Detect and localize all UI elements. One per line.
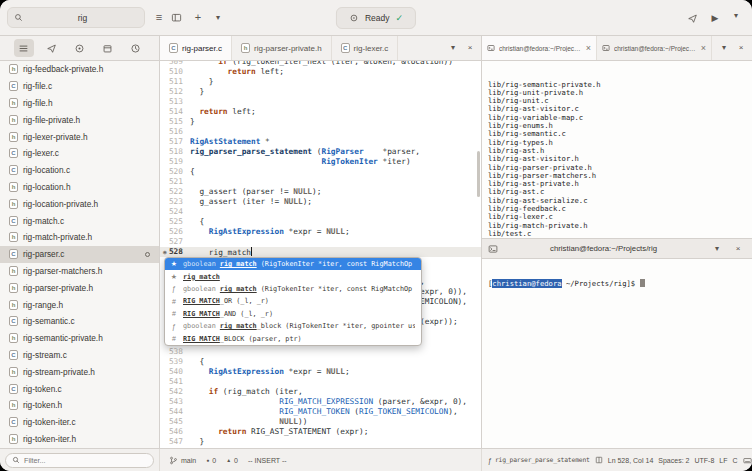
line-number[interactable]: 511	[160, 77, 190, 87]
code-line[interactable]: 518rig_parser_parse_statement (RigParser…	[160, 147, 481, 157]
file-row-rig-file-private.h[interactable]: hrig-file-private.h	[0, 111, 159, 128]
file-row-rig-location-private.h[interactable]: hrig-location-private.h	[0, 195, 159, 212]
git-branch-indicator[interactable]: main	[169, 456, 196, 465]
file-row-rig-token.h[interactable]: hrig-token.h	[0, 397, 159, 414]
run-button[interactable]: ▶	[705, 8, 725, 28]
code-line[interactable]: 544 RIG_MATCH_TOKEN (RIG_TOKEN_SEMICOLON…	[160, 407, 481, 417]
code-line[interactable]: 546 return RIG_AST_STATEMENT (expr);	[160, 427, 481, 437]
line-number[interactable]: 540	[160, 367, 190, 377]
code-line[interactable]: 545 NULL))	[160, 417, 481, 427]
code-line[interactable]: 516	[160, 127, 481, 137]
code-line[interactable]: 511 }	[160, 77, 481, 87]
code-line[interactable]: ◉528 rig_match	[160, 247, 481, 257]
code-line[interactable]: 527	[160, 237, 481, 247]
editor-tab-list-chevron-icon[interactable]: ▾	[445, 40, 461, 56]
line-number[interactable]: 525	[160, 217, 190, 227]
file-row-rig-semantic-private.h[interactable]: hrig-semantic-private.h	[0, 330, 159, 347]
layout-grid-icon[interactable]	[595, 456, 603, 464]
language-setting[interactable]: C	[732, 457, 737, 464]
terminal-bottom-close-icon[interactable]: ×	[730, 241, 746, 257]
line-number[interactable]: 544	[160, 407, 190, 417]
line-number[interactable]: 539	[160, 357, 190, 367]
code-line[interactable]: 542 if (rig_match (iter,	[160, 387, 481, 397]
current-symbol[interactable]: ƒ rig_parser_parse_statement	[488, 456, 590, 464]
file-filter-field[interactable]	[24, 456, 147, 465]
line-number[interactable]: 545	[160, 417, 190, 427]
line-number[interactable]: ◉528	[160, 247, 190, 257]
editor-close-icon[interactable]: ×	[462, 40, 478, 56]
error-count[interactable]: ● 0	[206, 457, 216, 464]
file-row-rig-token-iter.h[interactable]: hrig-token-iter.h	[0, 431, 159, 448]
completion-item[interactable]: #RIG_MATCH_OR (_l, _r)	[165, 295, 421, 307]
line-number[interactable]: 523	[160, 197, 190, 207]
project-tree-icon[interactable]	[14, 39, 34, 57]
code-line[interactable]: 520{	[160, 167, 481, 177]
editor-tab-rig-parser.c[interactable]: Crig-parser.c	[160, 36, 232, 60]
line-number[interactable]: 520	[160, 167, 190, 177]
file-row-rig-location.h[interactable]: hrig-location.h	[0, 179, 159, 196]
file-row-rig-stream.c[interactable]: Crig-stream.c	[0, 347, 159, 364]
terminal-tab-1[interactable]: christian@fedora:~/Projects/rig×	[482, 36, 597, 60]
file-row-rig-parser.c[interactable]: Crig-parser.c	[0, 246, 159, 263]
run-targets-icon[interactable]	[42, 39, 62, 57]
keyboard-icon[interactable]	[743, 456, 752, 465]
line-number[interactable]: 522	[160, 187, 190, 197]
line-number[interactable]: 542	[160, 387, 190, 397]
file-row-rig-match-private.h[interactable]: hrig-match-private.h	[0, 229, 159, 246]
panel-toggle-icon[interactable]	[166, 8, 186, 28]
close-icon[interactable]: ×	[701, 43, 706, 53]
line-number[interactable]: 526	[160, 227, 190, 237]
line-number[interactable]: 524	[160, 207, 190, 217]
file-row-rig-match.c[interactable]: Crig-match.c	[0, 212, 159, 229]
line-number[interactable]: 512	[160, 87, 190, 97]
code-line[interactable]: 514 return left;	[160, 107, 481, 117]
line-number[interactable]: 513	[160, 97, 190, 107]
line-number[interactable]: 527	[160, 237, 190, 247]
build-status-pill[interactable]: Ready ✓	[336, 7, 416, 29]
run-options-chevron-icon[interactable]: ▾	[728, 8, 744, 24]
file-row-rig-stream-private.h[interactable]: hrig-stream-private.h	[0, 363, 159, 380]
completion-item[interactable]: #RIG_MATCH_BLOCK (parser, ptr)	[165, 332, 421, 344]
cursor-position[interactable]: Ln 528, Col 14	[608, 457, 654, 464]
debug-target-icon[interactable]	[69, 39, 89, 57]
line-number[interactable]: 510	[160, 67, 190, 77]
file-row-rig-feedback-private.h[interactable]: hrig-feedback-private.h	[0, 61, 159, 78]
file-row-rig-file.c[interactable]: Crig-file.c	[0, 78, 159, 95]
file-row-rig-range.h[interactable]: hrig-range.h	[0, 296, 159, 313]
file-row-rig-lexer.c[interactable]: Crig-lexer.c	[0, 145, 159, 162]
code-line[interactable]: 547 }	[160, 437, 481, 447]
tab-list-chevron-icon[interactable]: ▾	[210, 10, 226, 26]
file-row-rig-parser-matchers.h[interactable]: hrig-parser-matchers.h	[0, 263, 159, 280]
file-row-rig-location.c[interactable]: Crig-location.c	[0, 162, 159, 179]
warning-count[interactable]: ▲ 0	[226, 457, 238, 464]
line-number[interactable]: 547	[160, 437, 190, 447]
global-search-input[interactable]	[7, 7, 145, 28]
completion-item[interactable]: ★gboolean rig_match (RigTokenIter *iter,…	[165, 258, 421, 270]
indentation-setting[interactable]: Spaces: 2	[658, 457, 689, 464]
code-line[interactable]: 541	[160, 377, 481, 387]
line-number[interactable]: 515	[160, 117, 190, 127]
terminal-tab-2[interactable]: christian@fedora:~/Projects/rig×	[597, 36, 712, 60]
line-number[interactable]: 516	[160, 127, 190, 137]
editor-scrollbar[interactable]	[477, 151, 480, 197]
export-icon[interactable]	[682, 8, 702, 28]
terminal-bottom[interactable]: [christian@fedora ~/Projects/rig]$	[482, 259, 752, 448]
source-editor[interactable]: 509 if (rig_token_iter_next (iter, &toke…	[160, 61, 482, 448]
encoding-setting[interactable]: UTF-8	[694, 457, 714, 464]
line-number[interactable]: 543	[160, 397, 190, 407]
code-line[interactable]: 538	[160, 347, 481, 357]
terminal-bottom-chevron-icon[interactable]: ▾	[709, 241, 725, 257]
completion-item[interactable]: ★rig_match	[165, 270, 421, 282]
line-number[interactable]: 521	[160, 177, 190, 187]
editor-tab-rig-parser-private.h[interactable]: hrig-parser-private.h	[232, 36, 332, 60]
code-line[interactable]: 513	[160, 97, 481, 107]
code-line[interactable]: 539 {	[160, 357, 481, 367]
terminal-tab-list-chevron-icon[interactable]: ▾	[716, 40, 732, 56]
code-line[interactable]: 523 g_assert (iter != NULL);	[160, 197, 481, 207]
code-line[interactable]: 525 {	[160, 217, 481, 227]
line-number[interactable]: 518	[160, 147, 190, 157]
terminal-panel-close-icon[interactable]: ×	[733, 40, 749, 56]
code-line[interactable]: 524	[160, 207, 481, 217]
file-row-rig-semantic.c[interactable]: Crig-semantic.c	[0, 313, 159, 330]
line-number[interactable]: 514	[160, 107, 190, 117]
